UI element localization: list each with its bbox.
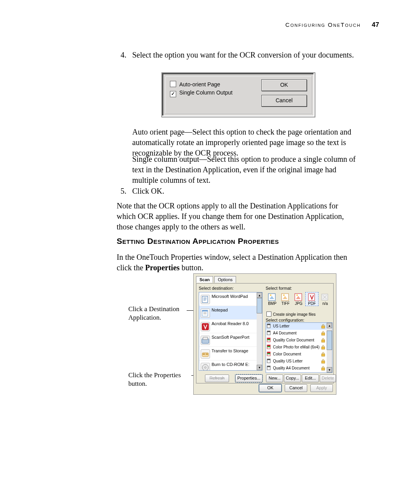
svg-rect-37 — [267, 339, 270, 340]
page-color-icon — [267, 345, 271, 349]
auto-orient-checkbox[interactable]: Auto-orient Page — [170, 81, 220, 88]
delete-button[interactable]: Delete — [320, 374, 336, 382]
list-item[interactable]: Burn to CD-ROM E: — [199, 360, 262, 371]
list-item[interactable]: US Letter — [266, 323, 332, 330]
list-item[interactable]: A4 Document — [266, 330, 332, 337]
select-configuration-label: Select configuration: — [266, 318, 304, 322]
refresh-button[interactable]: Refresh — [205, 374, 229, 382]
config-label: Quality US Letter — [273, 359, 303, 363]
ok-button[interactable]: OK — [261, 79, 307, 91]
scroll-up-icon[interactable]: ▴ — [327, 323, 332, 328]
list-item[interactable]: Color Photo for eMail (6x4) — [266, 344, 332, 351]
svg-rect-40 — [267, 345, 270, 346]
copy-button[interactable]: Copy... — [284, 374, 301, 382]
format-pdf[interactable]: PDF — [305, 292, 318, 306]
properties-button[interactable]: Properties... — [235, 374, 262, 382]
create-single-image-checkbox[interactable]: Create single image files — [266, 312, 316, 317]
lock-icon — [321, 324, 325, 329]
configuration-list[interactable]: US Letter A4 Document Quality Color Docu… — [266, 322, 332, 373]
page-bw-icon — [267, 366, 271, 370]
scroll-thumb[interactable] — [257, 298, 262, 313]
format-bmp[interactable]: BMP — [266, 292, 279, 306]
list-item[interactable]: Quality US Letter — [266, 358, 332, 365]
scroll-down-icon[interactable]: ▾ — [257, 365, 262, 370]
scroll-thumb[interactable] — [327, 331, 332, 350]
config-label: A4 Document — [273, 331, 297, 335]
page-bw-icon — [267, 331, 271, 335]
svg-rect-38 — [322, 340, 325, 342]
lock-icon — [321, 345, 325, 350]
lock-icon — [321, 359, 325, 364]
dialog-apply-button[interactable]: Apply — [310, 384, 333, 392]
acrobat-icon — [201, 322, 210, 331]
list-item[interactable]: Notepad — [199, 306, 262, 320]
list-item[interactable]: Microsoft WordPad — [199, 292, 262, 306]
single-column-label: Single Column Output — [179, 89, 233, 96]
annotation-click-properties: Click the Properties button. — [128, 371, 194, 388]
page-number: 47 — [372, 21, 379, 29]
format-label: TIFF — [279, 301, 292, 306]
cd-icon — [201, 363, 210, 371]
lock-icon — [321, 366, 325, 371]
svg-point-18 — [270, 294, 271, 296]
svg-rect-44 — [267, 352, 270, 353]
list-item[interactable]: Acrobat Reader 8.0 — [199, 320, 262, 333]
cancel-button[interactable]: Cancel — [261, 95, 307, 107]
auto-orient-label: Auto-orient Page — [179, 81, 220, 88]
config-label: Quality Color Document — [273, 338, 314, 342]
format-label: BMP — [266, 301, 278, 306]
list-item-label: Microsoft WordPad — [212, 294, 248, 299]
single-column-checkbox[interactable]: ✓Single Column Output — [170, 89, 233, 97]
page-bw-icon — [267, 359, 271, 363]
list-item-label: Notepad — [212, 308, 228, 312]
lock-icon — [321, 352, 325, 357]
svg-rect-48 — [267, 359, 270, 360]
scroll-down-icon[interactable]: ▾ — [327, 367, 332, 373]
svg-rect-45 — [267, 353, 270, 354]
ocr-note: Note that the OCR options apply to all t… — [117, 201, 358, 232]
create-single-label: Create single image files — [273, 312, 316, 317]
svg-rect-49 — [322, 361, 325, 363]
dialog-ok-button[interactable]: OK — [259, 384, 282, 392]
scroll-up-icon[interactable]: ▴ — [257, 292, 262, 298]
properties-word-bold: Properties — [145, 263, 180, 272]
list-item-label: Acrobat Reader 8.0 — [212, 321, 248, 326]
format-icons: BMP TIFF JPG PDF n/a — [266, 292, 332, 305]
scrollbar[interactable]: ▴ ▾ — [257, 292, 262, 370]
svg-rect-13 — [206, 354, 208, 355]
tab-scan[interactable]: Scan — [196, 276, 213, 283]
format-jpg[interactable]: JPG — [292, 292, 305, 306]
list-item-label: Burn to CD-ROM E: — [212, 362, 249, 367]
list-item[interactable]: ScanSoft PaperPort — [199, 333, 262, 347]
dialog-cancel-button[interactable]: Cancel — [285, 384, 307, 392]
lock-icon — [321, 331, 325, 336]
lock-icon — [321, 338, 325, 343]
svg-rect-31 — [322, 326, 325, 328]
edit-button[interactable]: Edit... — [302, 374, 319, 382]
paperport-icon — [201, 336, 210, 345]
destination-list[interactable]: Microsoft WordPad Notepad Acrobat Reader… — [199, 292, 262, 371]
svg-point-24 — [296, 294, 298, 296]
list-item[interactable]: Transfer to Storage — [199, 347, 262, 360]
list-item[interactable]: Quality Color Document — [266, 337, 332, 344]
scrollbar[interactable]: ▴ ▾ — [327, 323, 332, 373]
svg-rect-34 — [322, 333, 325, 335]
step-4-text: Select the option you want for the OCR c… — [132, 50, 358, 60]
format-tiff[interactable]: TIFF — [279, 292, 292, 306]
list-item[interactable]: Quality A4 Document — [266, 365, 332, 372]
onetouch-properties-dialog: Scan Options Select destination: Select … — [193, 273, 336, 395]
checkbox-checked-icon: ✓ — [170, 91, 176, 97]
new-button[interactable]: New... — [266, 374, 283, 382]
storage-icon — [201, 349, 210, 359]
properties-instruction: In the OneTouch Properties window, selec… — [117, 252, 358, 273]
select-destination-label: Select destination: — [199, 286, 234, 290]
checkbox-unchecked-icon — [170, 81, 176, 87]
format-label: JPG — [292, 301, 305, 306]
list-item[interactable]: Color Document — [266, 351, 332, 358]
section-heading: Setting Destination Application Properti… — [117, 236, 279, 246]
format-na[interactable]: n/a — [318, 292, 332, 306]
single-column-description: Single column output—Select this option … — [132, 154, 364, 186]
page-color-icon — [267, 352, 271, 356]
tab-options[interactable]: Options — [214, 276, 236, 283]
auto-orient-description: Auto orient page—Select this option to c… — [132, 127, 364, 158]
